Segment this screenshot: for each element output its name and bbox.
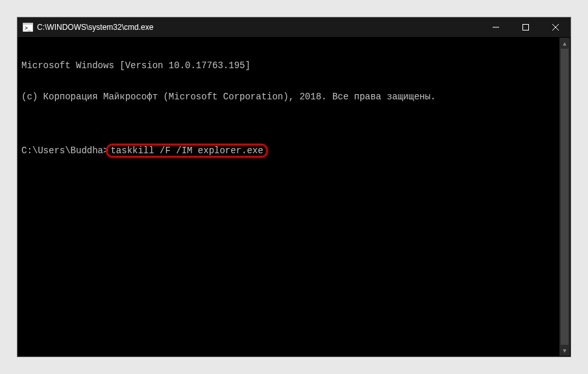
window-title: C:\WINDOWS\system32\cmd.exe xyxy=(37,23,481,32)
command-text: taskkill /F /IM explorer.exe xyxy=(110,145,263,156)
version-line: Microsoft Windows [Version 10.0.17763.19… xyxy=(21,60,567,71)
console-output[interactable]: Microsoft Windows [Version 10.0.17763.19… xyxy=(18,37,570,356)
copyright-line: (c) Корпорация Майкрософт (Microsoft Cor… xyxy=(21,92,567,102)
svg-rect-1 xyxy=(23,23,32,25)
scrollbar-track[interactable] xyxy=(559,49,570,345)
cmd-icon: >_ xyxy=(23,22,33,32)
prompt-text: C:\Users\Buddha> xyxy=(21,145,108,156)
highlighted-command: taskkill /F /IM explorer.exe xyxy=(106,143,267,158)
minimize-button[interactable] xyxy=(481,18,511,37)
vertical-scrollbar[interactable]: ▲ ▼ xyxy=(559,38,570,356)
window-controls xyxy=(481,18,570,37)
prompt-line: C:\Users\Buddha>taskkill /F /IM explorer… xyxy=(21,143,567,158)
close-button[interactable] xyxy=(541,18,570,37)
scrollbar-thumb[interactable] xyxy=(561,49,569,345)
svg-text:>_: >_ xyxy=(25,25,31,31)
cmd-window: >_ C:\WINDOWS\system32\cmd.exe Microsoft… xyxy=(17,17,571,357)
svg-rect-4 xyxy=(523,25,529,31)
maximize-button[interactable] xyxy=(511,18,541,37)
scroll-down-arrow-icon[interactable]: ▼ xyxy=(559,345,570,356)
titlebar[interactable]: >_ C:\WINDOWS\system32\cmd.exe xyxy=(18,18,570,37)
scroll-up-arrow-icon[interactable]: ▲ xyxy=(559,38,570,49)
